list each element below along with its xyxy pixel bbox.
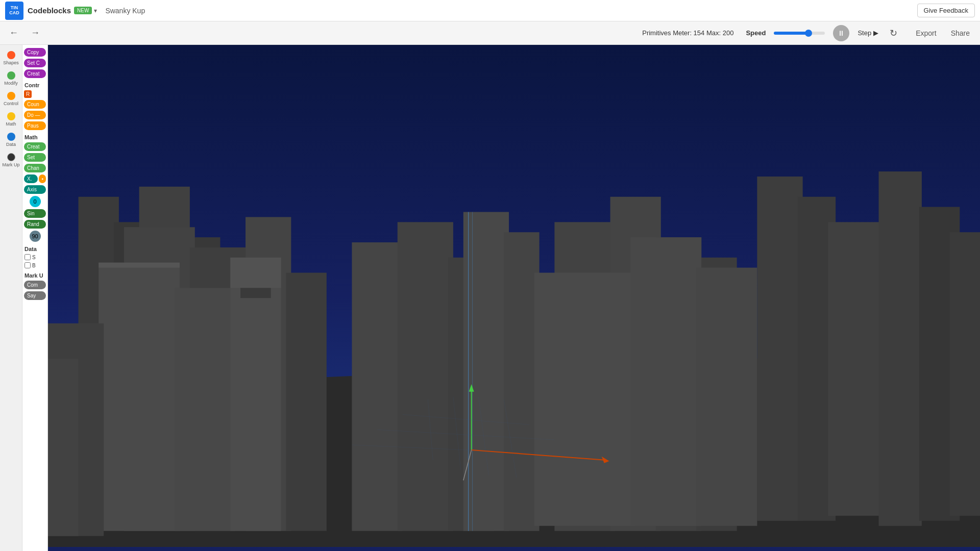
sidebar: Shapes Modify Control Math Data Mark Up — [0, 45, 22, 551]
controls-header: Contr — [22, 79, 47, 89]
primitives-info: Primitives Meter: 154 Max: 200 — [642, 29, 733, 37]
step-label: Step — [857, 29, 871, 37]
svg-rect-35 — [48, 359, 79, 536]
block-say[interactable]: Say — [24, 291, 46, 300]
back-button[interactable]: ← — [7, 26, 20, 40]
step-button[interactable]: Step ▶ — [857, 29, 878, 37]
block-math-create[interactable]: Creat — [24, 142, 46, 151]
svg-rect-24 — [99, 263, 180, 268]
svg-rect-33 — [696, 268, 757, 526]
sidebar-shapes-label: Shapes — [3, 60, 19, 65]
block-create[interactable]: Creat — [24, 69, 46, 78]
svg-rect-28 — [240, 288, 271, 298]
block-repeat-icon[interactable]: R — [24, 90, 32, 98]
svg-rect-11 — [949, 232, 980, 516]
data-header: Data — [22, 243, 47, 253]
logo: TINCAD — [5, 2, 23, 20]
reset-icon: ↻ — [890, 28, 897, 39]
sidebar-markup-label: Mark Up — [2, 162, 19, 167]
svg-rect-8 — [828, 222, 884, 516]
svg-rect-17 — [398, 222, 453, 531]
svg-rect-6 — [757, 177, 802, 521]
markup-header: Mark U — [22, 269, 47, 280]
block-orange-small[interactable]: ▪ — [39, 174, 46, 183]
pause-icon: ⏸ — [838, 29, 845, 37]
speed-slider[interactable] — [774, 32, 825, 35]
block-data-b[interactable]: B — [22, 261, 47, 269]
block-pause[interactable]: Paus — [24, 121, 46, 130]
speed-label: Speed — [746, 29, 766, 37]
blocks-panel: Copy Set C Creat Contr R Coun Do — Paus … — [22, 45, 48, 551]
toolbar2: ← → Primitives Meter: 154 Max: 200 Speed… — [0, 21, 980, 45]
block-rand[interactable]: Rand — [24, 220, 46, 229]
block-sin[interactable]: Sin — [24, 209, 46, 218]
sidebar-modify-label: Modify — [4, 81, 18, 86]
share-button[interactable]: Share — [948, 27, 973, 39]
svg-rect-23 — [99, 263, 180, 531]
math-header: Math — [22, 131, 47, 141]
viewport[interactable]: FRONT + − ⟳ — [48, 45, 980, 551]
svg-rect-9 — [879, 171, 922, 526]
sidebar-item-markup[interactable]: Mark Up — [0, 151, 22, 169]
sidebar-data-label: Data — [6, 142, 16, 147]
sidebar-math-label: Math — [6, 121, 16, 127]
main-layout: Shapes Modify Control Math Data Mark Up … — [0, 45, 980, 551]
block-setc[interactable]: Set C — [24, 59, 46, 67]
sidebar-item-modify[interactable]: Modify — [0, 69, 22, 88]
svg-rect-30 — [504, 232, 539, 531]
svg-rect-25 — [175, 288, 235, 531]
forward-button[interactable]: → — [29, 26, 42, 40]
give-feedback-button[interactable]: Give Feedback — [917, 4, 975, 17]
block-comment[interactable]: Com — [24, 281, 46, 289]
svg-rect-31 — [534, 273, 635, 526]
sidebar-item-shapes[interactable]: Shapes — [0, 49, 22, 67]
block-math-change[interactable]: Chan — [24, 164, 46, 172]
city-scene — [48, 45, 980, 547]
block-axis[interactable]: Axis — [24, 185, 46, 194]
block-data-s[interactable]: S — [22, 253, 47, 261]
block-copy[interactable]: Copy — [24, 48, 46, 57]
export-button[interactable]: Export — [913, 27, 939, 39]
svg-rect-29 — [463, 212, 509, 531]
svg-rect-16 — [352, 242, 402, 531]
svg-rect-32 — [630, 237, 701, 526]
sidebar-item-data[interactable]: Data — [0, 131, 22, 149]
new-badge: NEW — [74, 7, 92, 14]
block-count[interactable]: Coun — [24, 100, 46, 109]
topbar: TINCAD Codeblocks NEW ▾ Swanky Kup Give … — [0, 0, 980, 21]
project-name[interactable]: Swanky Kup — [105, 7, 145, 15]
svg-rect-15 — [286, 273, 326, 531]
svg-rect-27 — [230, 258, 281, 288]
sidebar-item-control[interactable]: Control — [0, 90, 22, 108]
block-math-set[interactable]: Set — [24, 153, 46, 162]
svg-rect-26 — [230, 258, 281, 531]
sidebar-item-math[interactable]: Math — [0, 110, 22, 129]
reset-button[interactable]: ↻ — [887, 26, 900, 41]
dropdown-arrow-icon[interactable]: ▾ — [94, 7, 97, 14]
pause-button[interactable]: ⏸ — [833, 25, 849, 41]
block-do[interactable]: Do — — [24, 111, 46, 119]
block-90[interactable]: 90 — [30, 231, 41, 242]
block-x[interactable]: X. — [24, 174, 38, 183]
step-icon: ▶ — [873, 29, 878, 37]
block-zero[interactable]: 0 — [30, 196, 41, 207]
app-name: Codeblocks — [28, 6, 71, 15]
sidebar-control-label: Control — [4, 101, 18, 106]
